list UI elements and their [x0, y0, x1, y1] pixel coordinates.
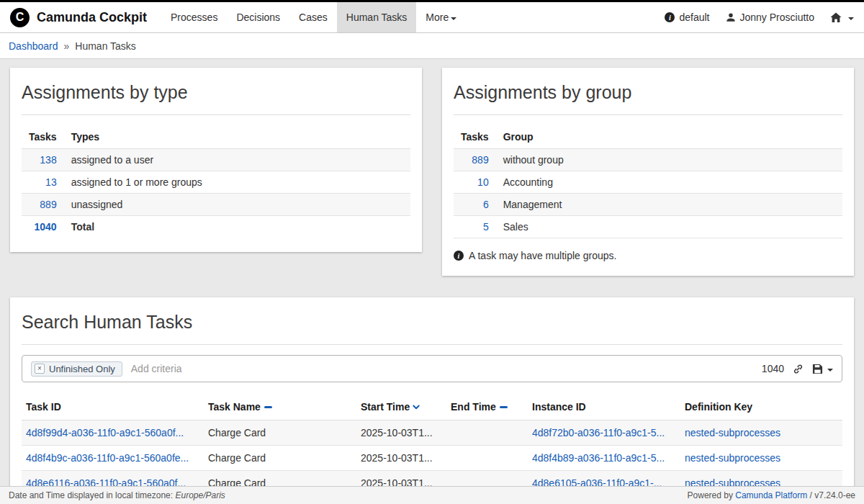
- start-time-cell: 2025-10-03T1...: [356, 446, 446, 471]
- type-label: assigned to 1 or more groups: [64, 171, 410, 194]
- group-label: without group: [496, 149, 842, 171]
- column-header-task-id: Task ID: [22, 394, 204, 420]
- table-row: 138 assigned to a user: [22, 149, 410, 171]
- group-label: Accounting: [496, 171, 842, 194]
- nav-item-cases[interactable]: Cases: [289, 2, 337, 32]
- table-row: 6 Management: [454, 194, 842, 216]
- dashboard-content: Assignments by type Tasks Types 138 assi…: [0, 59, 864, 500]
- camunda-logo-icon: C: [10, 8, 30, 27]
- chevron-down-icon: [827, 369, 833, 372]
- link-icon: [793, 364, 804, 374]
- task-id-link[interactable]: 4d8f4b9c-a036-11f0-a9c1-560a0fe...: [26, 452, 189, 464]
- card-title: Assignments by group: [454, 82, 842, 115]
- task-name-cell: Charge Card: [204, 420, 356, 446]
- column-header-task-name[interactable]: Task Name: [204, 394, 356, 420]
- group-label: Management: [496, 194, 842, 216]
- top-navbar: C Camunda Cockpit Processes Decisions Ca…: [0, 0, 864, 33]
- timezone-value: Europe/Paris: [175, 490, 225, 500]
- breadcrumb-dashboard-link[interactable]: Dashboard: [9, 40, 58, 52]
- breadcrumb-separator: »: [64, 40, 70, 52]
- column-header-types: Types: [64, 125, 410, 149]
- breadcrumb-current-page: Human Tasks: [75, 40, 136, 52]
- nav-item-decisions[interactable]: Decisions: [227, 2, 289, 32]
- assignments-by-type-table: Tasks Types 138 assigned to a user 13 as…: [22, 125, 410, 238]
- card-title: Assignments by type: [22, 82, 410, 115]
- navbar-right: i default Jonny Prosciutto: [665, 2, 864, 32]
- task-count-link[interactable]: 5: [483, 221, 489, 233]
- task-name-cell: Charge Card: [204, 446, 356, 471]
- result-count: 1040: [762, 363, 784, 374]
- type-label: unassigned: [64, 194, 410, 216]
- footer: Date and Time displayed in local timezon…: [0, 486, 864, 504]
- total-label: Total: [64, 216, 410, 238]
- powered-by: Powered by Camunda Platform / v7.24.0-ee: [688, 490, 855, 500]
- info-icon: i: [665, 12, 675, 22]
- table-row: 889 without group: [454, 149, 842, 171]
- task-count-link[interactable]: 10: [477, 176, 489, 188]
- criteria-input-placeholder[interactable]: Add criteria: [131, 363, 182, 374]
- main-nav: Processes Decisions Cases Human Tasks Mo…: [161, 2, 466, 32]
- table-row: 13 assigned to 1 or more groups: [22, 171, 410, 194]
- version-text: / v7.24.0-ee: [807, 490, 855, 500]
- task-count-link[interactable]: 889: [472, 154, 488, 166]
- save-search-button[interactable]: [812, 364, 833, 374]
- definition-key-link[interactable]: nested-subprocesses: [685, 427, 780, 438]
- assignments-by-type-card: Assignments by type Tasks Types 138 assi…: [10, 68, 422, 252]
- table-row: 10 Accounting: [454, 171, 842, 194]
- stats-cards-row: Assignments by type Tasks Types 138 assi…: [10, 68, 854, 276]
- column-header-end-time[interactable]: End Time: [446, 394, 528, 420]
- info-icon: i: [454, 251, 464, 261]
- task-count-link[interactable]: 6: [483, 199, 489, 210]
- timezone-note: Date and Time displayed in local timezon…: [9, 490, 225, 500]
- copy-search-link-button[interactable]: [793, 364, 804, 374]
- column-header-group: Group: [496, 125, 842, 149]
- search-human-tasks-card: Search Human Tasks × Unfinished Only Add…: [10, 297, 854, 500]
- note-text: A task may have multiple groups.: [469, 250, 616, 261]
- end-time-cell: [446, 420, 528, 446]
- search-pill-unfinished-only[interactable]: × Unfinished Only: [31, 361, 122, 377]
- pill-label: Unfinished Only: [49, 364, 115, 374]
- search-section-title: Search Human Tasks: [22, 312, 842, 345]
- nav-item-human-tasks[interactable]: Human Tasks: [337, 2, 417, 32]
- multiple-groups-note: i A task may have multiple groups.: [454, 250, 842, 261]
- camunda-platform-link[interactable]: Camunda Platform: [735, 490, 807, 500]
- user-name: Jonny Prosciutto: [740, 12, 815, 23]
- table-row: 889 unassigned: [22, 194, 410, 216]
- column-header-start-time[interactable]: Start Time: [356, 394, 446, 420]
- column-header-tasks: Tasks: [22, 125, 64, 149]
- sort-desc-icon[interactable]: [412, 402, 420, 411]
- task-id-link[interactable]: 4d8f99d4-a036-11f0-a9c1-560a0f...: [26, 427, 184, 438]
- user-menu[interactable]: Jonny Prosciutto: [726, 12, 815, 23]
- brand[interactable]: C Camunda Cockpit: [10, 2, 147, 32]
- total-row: 1040 Total: [22, 216, 410, 238]
- definition-key-link[interactable]: nested-subprocesses: [685, 452, 780, 464]
- task-count-link[interactable]: 889: [40, 199, 56, 210]
- table-row: 4d8f4b9c-a036-11f0-a9c1-560a0fe... Charg…: [22, 446, 842, 471]
- column-header-instance-id: Instance ID: [528, 394, 680, 420]
- instance-id-link[interactable]: 4d8f4b89-a036-11f0-a9c1-5...: [532, 452, 665, 464]
- sort-remove-icon[interactable]: [500, 406, 508, 408]
- search-criteria-box[interactable]: × Unfinished Only Add criteria 1040: [22, 355, 842, 382]
- table-row: 4d8f99d4-a036-11f0-a9c1-560a0f... Charge…: [22, 420, 842, 446]
- start-time-cell: 2025-10-03T1...: [356, 420, 446, 446]
- total-count-link[interactable]: 1040: [35, 221, 57, 233]
- table-row: 5 Sales: [454, 216, 842, 238]
- task-count-link[interactable]: 13: [45, 176, 57, 188]
- sort-remove-icon[interactable]: [264, 406, 272, 408]
- engine-selector[interactable]: i default: [665, 12, 709, 23]
- app-title: Camunda Cockpit: [37, 10, 147, 25]
- task-count-link[interactable]: 138: [40, 154, 56, 166]
- column-header-definition-key: Definition Key: [680, 394, 842, 420]
- nav-item-more[interactable]: More: [416, 2, 466, 32]
- nav-item-processes[interactable]: Processes: [161, 2, 227, 32]
- chevron-down-icon: [451, 17, 456, 20]
- nav-more-label: More: [426, 12, 449, 23]
- group-label: Sales: [496, 216, 842, 238]
- assignments-by-group-card: Assignments by group Tasks Group 889 wit…: [442, 68, 854, 276]
- remove-pill-button[interactable]: ×: [35, 364, 45, 374]
- home-icon: [830, 12, 842, 23]
- instance-id-link[interactable]: 4d8f72b0-a036-11f0-a9c1-5...: [532, 427, 665, 438]
- chevron-down-icon: [848, 17, 854, 20]
- home-menu[interactable]: [830, 12, 854, 23]
- user-icon: [726, 12, 736, 22]
